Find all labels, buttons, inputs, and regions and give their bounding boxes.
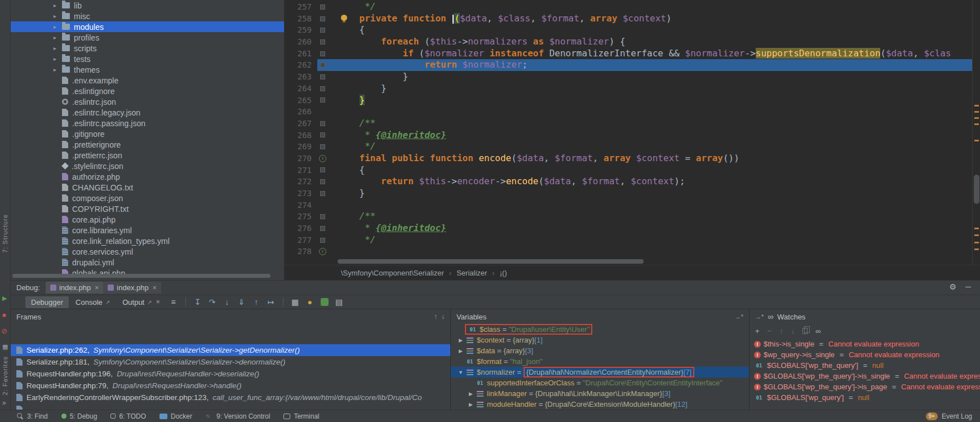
stripe-mark[interactable]	[974, 228, 979, 229]
tree-item[interactable]: ▸modules	[11, 21, 284, 32]
watch-row[interactable]: 01$GLOBALS['wp_query'] = null	[750, 392, 980, 403]
code-line[interactable]: 262 return $normalizer;	[285, 59, 972, 71]
frame-row[interactable]: Serializer.php:181, Symfony\Component\Se…	[11, 356, 450, 368]
chevron-right-icon[interactable]: ▸	[54, 34, 62, 41]
tree-item[interactable]: CHANGELOG.txt	[11, 182, 284, 193]
code-line[interactable]: 269 */	[285, 141, 972, 153]
mute-breakpoints-icon[interactable]: ●	[303, 297, 317, 306]
expand-icon[interactable]: ▶	[456, 337, 465, 343]
tree-item[interactable]: .eslintrc.legacy.json	[11, 107, 284, 118]
debug-session-tab[interactable]: index.php×	[46, 282, 103, 294]
mute-breakpoints-icon[interactable]: ⊘	[1, 328, 7, 334]
code-line[interactable]: 261 if ($normalizer instanceof Denormali…	[285, 48, 972, 60]
statusbar-event-log[interactable]: Event Log	[942, 412, 972, 420]
tool-tab-console[interactable]: Console↗	[70, 296, 116, 308]
editor-vertical-scrollbar[interactable]	[974, 175, 979, 204]
variable-row[interactable]: ▶linkManager = {Drupal\hal\LinkManager\L…	[451, 388, 749, 399]
chevron-right-icon[interactable]: ▸	[54, 24, 62, 30]
code-line[interactable]: 274	[285, 199, 972, 211]
intention-bulb-icon[interactable]	[341, 15, 347, 21]
thread-dump-icon[interactable]: ▤	[332, 297, 346, 306]
step-out-icon[interactable]: ↑	[250, 297, 263, 306]
more-tool-windows-icon[interactable]: »	[2, 400, 6, 406]
tree-item[interactable]: authorize.php	[11, 171, 284, 182]
breadcrumb-item[interactable]: Serializer	[456, 269, 487, 277]
tree-item[interactable]: ▸profiles	[11, 32, 284, 43]
chevron-right-icon[interactable]: ▸	[54, 56, 62, 62]
tree-item[interactable]: core.libraries.yml	[11, 225, 284, 236]
chevron-right-icon[interactable]: ▸	[54, 2, 62, 8]
expand-icon[interactable]: ▶	[456, 348, 465, 354]
expand-icon[interactable]: ▶	[467, 402, 475, 407]
tree-item[interactable]: core.services.yml	[11, 246, 284, 257]
tool-button-favorites[interactable]: 2: Favorites	[2, 356, 8, 395]
tree-item[interactable]: composer.json	[11, 193, 284, 203]
code-line[interactable]: 257 */	[285, 1, 972, 13]
tree-item[interactable]: ▸themes	[11, 64, 284, 75]
expand-icon[interactable]: ▶	[467, 391, 475, 397]
statusbar-6-todo[interactable]: 6: TODO	[110, 412, 146, 420]
scrollbar-thumb[interactable]	[338, 259, 644, 264]
code-editor[interactable]: 257 */258 private function ($data, $clas…	[285, 0, 980, 280]
editor-horizontal-scrollbar[interactable]	[338, 259, 972, 264]
stripe-mark[interactable]	[974, 242, 979, 243]
scrollbar-thumb[interactable]	[12, 274, 271, 278]
statusbar-9-version-control[interactable]: 9: Version Control	[206, 412, 270, 420]
watch-row[interactable]: 01$GLOBALS['wp_the_query'] = null	[750, 360, 980, 371]
frame-row[interactable]: RequestHandler.php:79, Drupal\rest\Reque…	[11, 380, 450, 392]
step-over-icon[interactable]: ↷	[206, 297, 219, 306]
restore-layout-icon[interactable]: ▦	[2, 344, 8, 350]
statusbar-5-debug[interactable]: 5: Debug	[61, 412, 97, 420]
tree-item[interactable]: ▸lib	[11, 0, 284, 11]
tree-item[interactable]: .eslintrc.passing.json	[11, 118, 284, 128]
variable-row[interactable]: ▼$normalizer = {Drupal\hal\Normalizer\Co…	[451, 367, 749, 377]
evaluate-expression-icon[interactable]	[321, 298, 329, 306]
tree-item[interactable]: core.link_relation_types.yml	[11, 236, 284, 246]
code-line[interactable]: 270↑ final public function encode($data,…	[285, 153, 972, 165]
code-line[interactable]: 259 {	[285, 24, 972, 36]
tree-item[interactable]: COPYRIGHT.txt	[11, 203, 284, 214]
remove-watch-icon[interactable]: −	[768, 327, 772, 335]
step-into-icon[interactable]: ↓	[220, 297, 234, 306]
code-line[interactable]: 268 * {@inheritdoc}	[285, 130, 972, 141]
close-tab-icon[interactable]: ×	[153, 284, 157, 292]
tree-item[interactable]: .gitignore	[11, 128, 284, 139]
breadcrumb-item[interactable]: ¡()	[500, 269, 507, 277]
debug-session-tab[interactable]: index.php×	[103, 282, 161, 294]
code-line[interactable]: 271 {	[285, 165, 972, 176]
tree-item[interactable]: drupalci.yml	[11, 257, 284, 268]
expand-icon[interactable]: ▼	[456, 370, 465, 375]
tree-item[interactable]: .prettierignore	[11, 139, 284, 150]
stripe-mark[interactable]	[974, 105, 979, 106]
code-line[interactable]: 264 }	[285, 83, 972, 95]
stripe-mark[interactable]	[974, 140, 979, 141]
tree-item[interactable]: .prettierrc.json	[11, 150, 284, 161]
code-line[interactable]: 265 }	[285, 95, 972, 106]
tree-item[interactable]: .eslintignore	[11, 86, 284, 96]
close-tab-icon[interactable]: ×	[95, 284, 99, 292]
tool-tab-output[interactable]: Output↗×	[117, 296, 165, 308]
variable-row[interactable]: 01$class = "Drupal\user\Entity\User"	[451, 324, 749, 335]
tree-item[interactable]: ▸misc	[11, 11, 284, 21]
chevron-right-icon[interactable]: ▸	[54, 45, 62, 51]
chevron-right-icon[interactable]: ▸	[54, 13, 62, 19]
code-line[interactable]: 272 return $this->encoder->encode($data,…	[285, 176, 972, 188]
rerun-icon[interactable]: ▶	[2, 295, 7, 301]
tree-item[interactable]: core.api.php	[11, 214, 284, 225]
add-watch-icon[interactable]: +	[755, 327, 760, 335]
watch-row[interactable]: !$this->is_single = Cannot evaluate expr…	[750, 339, 980, 349]
code-line[interactable]: 266	[285, 106, 972, 118]
show-execution-point-icon[interactable]: ↧	[191, 297, 205, 306]
watch-row[interactable]: !$GLOBALS['wp_the_query']->is_single = C…	[750, 371, 980, 381]
view-breakpoints-icon[interactable]: ▦	[289, 297, 302, 306]
tree-horizontal-scrollbar[interactable]	[12, 274, 277, 278]
tree-item[interactable]: ▸tests	[11, 54, 284, 64]
stop-icon[interactable]: ■	[2, 312, 6, 318]
code-line[interactable]: 267 /**	[285, 118, 972, 130]
tree-item[interactable]: .stylelintrc.json	[11, 161, 284, 171]
breadcrumb-item[interactable]: \Symfony\Component\Serializer	[341, 269, 444, 277]
code-line[interactable]: 275 /**	[285, 211, 972, 223]
show-watches-icon[interactable]: ∞	[815, 327, 821, 335]
frame-row[interactable]: EarlyRenderingControllerWrapperSubscribe…	[11, 392, 450, 403]
hide-window-icon[interactable]: ─	[965, 282, 971, 291]
